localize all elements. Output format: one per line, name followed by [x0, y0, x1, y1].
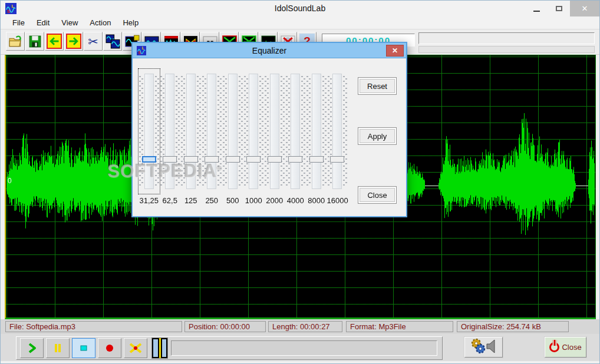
equalizer-close-icon[interactable]: ✕ — [386, 45, 404, 57]
eq-band-label: 16000 — [327, 196, 348, 205]
menu-item-help[interactable]: Help — [117, 17, 144, 28]
eq-ticks — [139, 76, 143, 187]
menu-item-view[interactable]: View — [55, 17, 84, 28]
eq-slider-track[interactable] — [207, 74, 216, 189]
eq-band-62_5 — [160, 69, 181, 194]
eq-slider-thumb[interactable] — [226, 156, 240, 163]
cut-button[interactable]: ✂ — [84, 32, 103, 51]
eq-slider-track[interactable] — [249, 74, 258, 189]
equalizer-titlebar[interactable]: LS Equalizer ✕ — [133, 43, 406, 58]
eq-ticks — [239, 76, 243, 187]
open-file-button[interactable] — [6, 32, 25, 51]
eq-slider-thumb[interactable] — [184, 156, 198, 163]
eq-band-label: 125 — [180, 196, 202, 205]
eq-slider-track[interactable] — [332, 74, 342, 189]
eq-band-label: 31,25 — [139, 196, 160, 205]
eq-band-label: 1000 — [243, 196, 265, 205]
equalizer-dialog-title: Equalizer — [133, 46, 406, 55]
eq-ticks — [306, 76, 311, 187]
menubar: FileEditViewActionHelp — [1, 16, 599, 29]
eq-slider-thumb[interactable] — [288, 156, 302, 163]
menu-item-edit[interactable]: Edit — [31, 17, 55, 28]
save-file-icon — [28, 34, 42, 49]
eq-ticks — [259, 76, 263, 187]
eq-ticks — [322, 76, 327, 187]
cancel-button[interactable] — [124, 338, 147, 358]
pause-icon — [51, 341, 65, 355]
app-window: LS IdolSoundLab ✕ FileEditViewActionHelp… — [0, 0, 600, 364]
eq-band-label: 2000 — [264, 196, 285, 205]
eq-slider-thumb[interactable] — [268, 156, 282, 163]
eq-slider-track[interactable] — [312, 74, 321, 189]
eq-ticks — [343, 76, 347, 187]
minimize-button[interactable] — [525, 1, 548, 16]
eq-band-125 — [180, 69, 202, 194]
status-file: File: Softpedia.mp3 — [5, 321, 182, 332]
statusbar: File: Softpedia.mp3Position: 00:00:00Len… — [1, 319, 600, 334]
eq-ticks — [155, 76, 159, 187]
play-button[interactable] — [20, 338, 44, 358]
eq-band-label: 250 — [202, 196, 223, 205]
pause-button[interactable] — [46, 338, 70, 358]
app-close-label: Close — [562, 343, 581, 352]
eq-slider-thumb[interactable] — [330, 156, 344, 163]
eq-ticks — [202, 76, 206, 187]
eq-slider-track[interactable] — [228, 74, 238, 189]
gears-speaker-icon — [469, 337, 499, 358]
maximize-button[interactable] — [548, 1, 570, 16]
nav-forward-icon — [66, 34, 81, 49]
open-file-icon — [8, 34, 23, 49]
equalizer-apply-button[interactable]: Apply — [358, 127, 397, 145]
amplitude-zero-label: 0 — [8, 177, 12, 185]
eq-ticks — [217, 76, 222, 187]
transport-panel — [16, 336, 443, 360]
eq-ticks — [160, 76, 164, 187]
app-close-button[interactable]: Close — [545, 337, 586, 358]
eq-band-250 — [202, 69, 223, 194]
eq-slider-thumb[interactable] — [246, 156, 261, 163]
eq-slider-thumb[interactable] — [142, 156, 156, 163]
nav-back-button[interactable] — [45, 32, 64, 51]
equalizer-reset-button[interactable]: Reset — [358, 77, 397, 95]
eq-band-16000 — [327, 69, 348, 194]
status-original-size: OriginalSize: 254.74 kB — [457, 321, 569, 332]
eq-band-label: 500 — [222, 196, 243, 205]
equalizer-close-button[interactable]: Close — [358, 186, 397, 204]
eq-ticks — [181, 76, 185, 187]
info-strip — [418, 46, 595, 53]
window-close-button[interactable]: ✕ — [570, 1, 599, 16]
play-icon — [25, 341, 39, 355]
mixer-button[interactable] — [464, 337, 503, 358]
seek-handle[interactable] — [151, 337, 168, 359]
power-icon — [549, 342, 559, 352]
titlebar: LS IdolSoundLab ✕ — [1, 1, 599, 16]
cut-icon: ✂ — [88, 35, 98, 48]
eq-slider-track[interactable] — [186, 74, 196, 189]
eq-band-500 — [222, 69, 243, 194]
seek-track[interactable] — [171, 340, 437, 356]
transport-bar: Close — [1, 334, 600, 361]
eq-ticks — [301, 76, 305, 187]
stop-button[interactable] — [72, 338, 95, 358]
cancel-icon — [128, 341, 143, 355]
eq-band-8000 — [306, 69, 327, 194]
eq-slider-thumb[interactable] — [163, 156, 177, 163]
record-button[interactable] — [98, 338, 121, 358]
eq-slider-track[interactable] — [291, 74, 300, 189]
eq-slider-track[interactable] — [270, 74, 279, 189]
status-format: Format: Mp3File — [346, 321, 453, 332]
nav-forward-button[interactable] — [64, 32, 83, 51]
eq-slider-thumb[interactable] — [309, 156, 324, 163]
save-file-button[interactable] — [25, 32, 44, 51]
eq-slider-track[interactable] — [165, 74, 174, 189]
eq-ticks — [244, 76, 248, 187]
copy-wave-button[interactable] — [103, 32, 122, 51]
menu-item-file[interactable]: File — [6, 17, 31, 28]
eq-band-label: 4000 — [285, 196, 306, 205]
eq-slider-thumb[interactable] — [205, 156, 219, 163]
eq-slider-track[interactable] — [144, 74, 154, 189]
eq-band-2000 — [264, 69, 285, 194]
menu-item-action[interactable]: Action — [84, 17, 117, 28]
equalizer-dialog: LS Equalizer ✕ 31,2562,51252505001000200… — [131, 42, 407, 217]
status-position: Position: 00:00:00 — [184, 321, 266, 332]
